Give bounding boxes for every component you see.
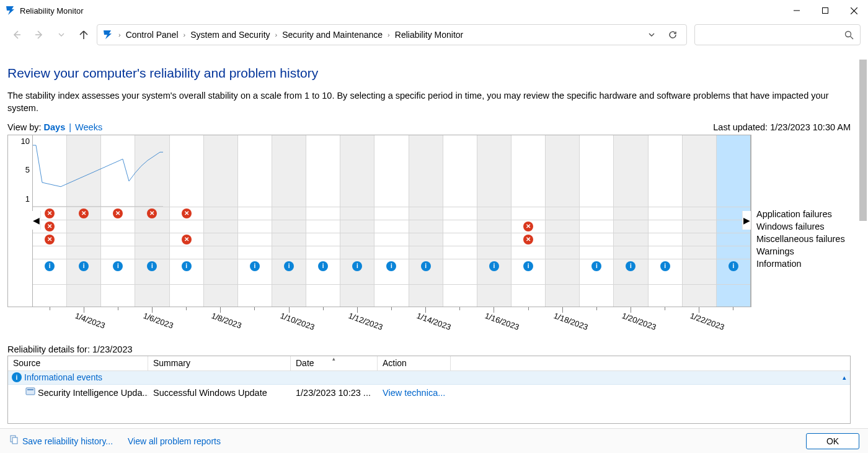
- event-cell[interactable]: i: [374, 259, 408, 284]
- event-cell[interactable]: [511, 246, 545, 259]
- event-cell[interactable]: [203, 246, 237, 259]
- event-cell[interactable]: [272, 220, 306, 233]
- reliability-chart[interactable]: 10 5 1 ✕✕✕✕✕✕✕✕✕✕iiiiiiiiiiiiiiiii ◀ ▶: [7, 135, 751, 307]
- event-cell[interactable]: [237, 246, 272, 259]
- chevron-right-icon[interactable]: ›: [182, 31, 187, 38]
- refresh-button[interactable]: [664, 26, 681, 43]
- event-cell[interactable]: i: [33, 259, 66, 284]
- event-cell[interactable]: ✕: [33, 233, 66, 246]
- event-cell[interactable]: [306, 233, 340, 246]
- event-cell[interactable]: [477, 233, 511, 246]
- chevron-right-icon[interactable]: ›: [386, 31, 391, 38]
- event-cell[interactable]: [135, 220, 169, 233]
- forward-button[interactable]: [30, 25, 48, 44]
- event-cell[interactable]: [545, 246, 579, 259]
- view-reports-link[interactable]: View all problem reports: [128, 436, 221, 446]
- collapse-icon[interactable]: ▴: [843, 374, 846, 382]
- ok-button[interactable]: OK: [806, 433, 859, 449]
- event-cell[interactable]: [682, 220, 716, 233]
- event-cell[interactable]: [203, 207, 237, 220]
- event-cell[interactable]: [682, 246, 716, 259]
- group-informational[interactable]: iInformational events ▴: [8, 371, 850, 385]
- breadcrumb-item[interactable]: Reliability Monitor: [395, 30, 463, 40]
- event-cell[interactable]: [340, 220, 374, 233]
- event-cell[interactable]: [579, 207, 613, 220]
- event-cell[interactable]: [545, 259, 579, 284]
- col-summary[interactable]: Summary: [148, 356, 291, 370]
- event-cell[interactable]: [66, 246, 100, 259]
- address-bar[interactable]: › Control Panel › System and Security › …: [97, 24, 687, 45]
- event-cell[interactable]: [716, 233, 750, 246]
- event-cell[interactable]: [306, 207, 340, 220]
- event-cell[interactable]: [613, 220, 647, 233]
- event-cell[interactable]: [613, 207, 647, 220]
- event-cell[interactable]: i: [579, 259, 613, 284]
- search-input[interactable]: [694, 24, 861, 45]
- event-cell[interactable]: i: [613, 259, 647, 284]
- event-cell[interactable]: [340, 246, 374, 259]
- event-cell[interactable]: [545, 233, 579, 246]
- event-cell[interactable]: [648, 207, 682, 220]
- event-cell[interactable]: [545, 207, 579, 220]
- breadcrumb-item[interactable]: Control Panel: [126, 30, 179, 40]
- event-cell[interactable]: [443, 220, 477, 233]
- event-cell[interactable]: ✕: [511, 220, 545, 233]
- event-cell[interactable]: [443, 207, 477, 220]
- table-row[interactable]: Security Intelligence Upda... Successful…: [8, 385, 850, 401]
- event-cell[interactable]: [340, 207, 374, 220]
- event-cell[interactable]: [443, 259, 477, 284]
- chevron-right-icon[interactable]: ›: [274, 31, 279, 38]
- event-cell[interactable]: [545, 220, 579, 233]
- event-cell[interactable]: ✕: [100, 207, 135, 220]
- chevron-right-icon[interactable]: ›: [117, 31, 122, 38]
- event-cell[interactable]: [100, 233, 135, 246]
- event-cell[interactable]: [66, 233, 100, 246]
- event-cell[interactable]: [272, 233, 306, 246]
- event-cell[interactable]: ✕: [169, 233, 203, 246]
- breadcrumb-item[interactable]: Security and Maintenance: [282, 30, 383, 40]
- event-cell[interactable]: [100, 246, 135, 259]
- chart-grid[interactable]: ✕✕✕✕✕✕✕✕✕✕iiiiiiiiiiiiiiiii ◀ ▶: [33, 135, 751, 307]
- event-cell[interactable]: [237, 233, 272, 246]
- address-dropdown[interactable]: [643, 26, 660, 43]
- event-cell[interactable]: [306, 246, 340, 259]
- event-cell[interactable]: ✕: [66, 207, 100, 220]
- event-cell[interactable]: [409, 207, 443, 220]
- event-cell[interactable]: i: [237, 259, 272, 284]
- event-cell[interactable]: i: [409, 259, 443, 284]
- event-cell[interactable]: [477, 220, 511, 233]
- event-cell[interactable]: [340, 233, 374, 246]
- event-cell[interactable]: [409, 220, 443, 233]
- event-cell[interactable]: [272, 246, 306, 259]
- col-action[interactable]: Action: [378, 356, 451, 370]
- event-cell[interactable]: [409, 246, 443, 259]
- back-button[interactable]: [7, 25, 26, 44]
- event-cell[interactable]: [237, 207, 272, 220]
- event-cell[interactable]: [443, 233, 477, 246]
- event-cell[interactable]: [374, 207, 408, 220]
- event-cell[interactable]: i: [511, 259, 545, 284]
- event-cell[interactable]: i: [340, 259, 374, 284]
- event-cell[interactable]: [477, 207, 511, 220]
- event-cell[interactable]: [66, 220, 100, 233]
- event-cell[interactable]: [409, 233, 443, 246]
- event-cell[interactable]: [579, 233, 613, 246]
- event-cell[interactable]: [443, 246, 477, 259]
- event-cell[interactable]: [237, 220, 272, 233]
- event-cell[interactable]: ✕: [135, 207, 169, 220]
- viewby-days-link[interactable]: Days: [44, 122, 66, 132]
- col-source[interactable]: Source: [8, 356, 148, 370]
- event-cell[interactable]: i: [716, 259, 750, 284]
- event-cell[interactable]: i: [66, 259, 100, 284]
- maximize-button[interactable]: [811, 1, 839, 20]
- viewby-weeks-link[interactable]: Weeks: [75, 122, 102, 132]
- event-cell[interactable]: [648, 233, 682, 246]
- scroll-left-button[interactable]: ◀: [32, 211, 41, 230]
- event-cell[interactable]: [648, 220, 682, 233]
- event-cell[interactable]: [306, 220, 340, 233]
- event-cell[interactable]: [613, 246, 647, 259]
- event-cell[interactable]: ✕: [169, 207, 203, 220]
- scrollbar[interactable]: [859, 60, 867, 221]
- event-cell[interactable]: [682, 259, 716, 284]
- recent-dropdown[interactable]: [52, 25, 71, 44]
